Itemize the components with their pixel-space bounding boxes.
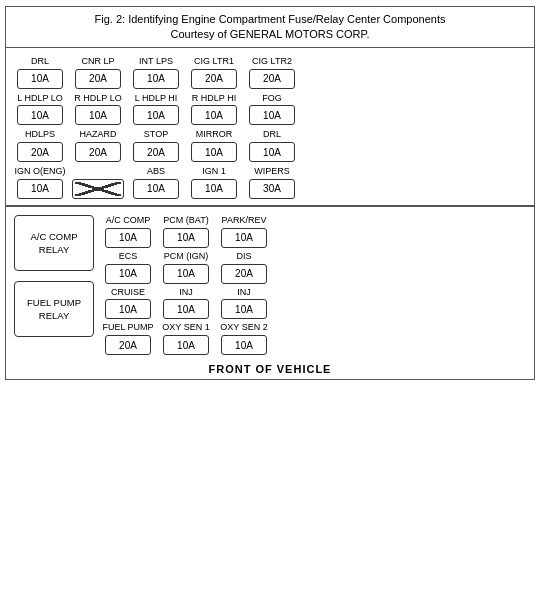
fuse-dis: DIS 20A: [218, 251, 270, 284]
title-line2: Courtesy of GENERAL MOTORS CORP.: [16, 27, 524, 42]
fuse-park-rev: PARK/REV 10A: [218, 215, 270, 248]
fuse-ecs: ECS 10A: [102, 251, 154, 284]
fuse-HDLPS: HDLPS 20A: [14, 129, 66, 162]
main-content: DRL 10A CNR LP 20A INT LPS 10A CIG LTR1 …: [6, 48, 534, 379]
fuse-IGN-ENG: IGN O(ENG) 10A: [14, 166, 66, 199]
fuse-relay-symbol: [72, 166, 124, 199]
title-area: Fig. 2: Identifying Engine Compartment F…: [6, 7, 534, 48]
fuse-row-1: DRL 10A CNR LP 20A INT LPS 10A CIG LTR1 …: [14, 56, 526, 89]
fuse-fuel-pump: FUEL PUMP 20A: [102, 322, 154, 355]
fuse-row-3: HDLPS 20A HAZARD 20A STOP 20A MIRROR 10A: [14, 129, 526, 162]
fuse-ac-comp: A/C COMP 10A: [102, 215, 154, 248]
lower-content: A/C COMPRELAY FUEL PUMPRELAY A/C COMP 10…: [14, 215, 526, 355]
right-fuse-section: A/C COMP 10A ECS 10A CRUISE 10A: [102, 215, 526, 355]
ac-comp-relay-box: A/C COMPRELAY: [14, 215, 94, 271]
fuse-inj-1: INJ 10A: [160, 287, 212, 320]
fuse-DRL-1: DRL 10A: [14, 56, 66, 89]
fuse-oxy-sen-1: OXY SEN 1 10A: [160, 322, 212, 355]
fuse-L-HDLP-LO: L HDLP LO 10A: [14, 93, 66, 126]
main-container: Fig. 2: Identifying Engine Compartment F…: [5, 6, 535, 380]
upper-section: DRL 10A CNR LP 20A INT LPS 10A CIG LTR1 …: [6, 48, 534, 207]
fuse-inj-2: INJ 10A: [218, 287, 270, 320]
fuse-L-HDLP-HI: L HDLP HI 10A: [130, 93, 182, 126]
front-of-vehicle-label: FRONT OF VEHICLE: [14, 363, 526, 375]
fuse-IGN1: IGN 1 10A: [188, 166, 240, 199]
fuse-INT-LPS: INT LPS 10A: [130, 56, 182, 89]
col-ac-comp: A/C COMP 10A ECS 10A CRUISE 10A: [102, 215, 154, 355]
lower-section: A/C COMPRELAY FUEL PUMPRELAY A/C COMP 10…: [6, 207, 534, 379]
relay-x-symbol: [72, 179, 124, 199]
fuse-row-2: L HDLP LO 10A R HDLP LO 10A L HDLP HI 10…: [14, 93, 526, 126]
fuse-pcm-bat: PCM (BAT) 10A: [160, 215, 212, 248]
fuse-pcm-ign: PCM (IGN) 10A: [160, 251, 212, 284]
fuse-CIG-LTR2: CIG LTR2 20A: [246, 56, 298, 89]
fuse-FOG: FOG 10A: [246, 93, 298, 126]
fuse-MIRROR: MIRROR 10A: [188, 129, 240, 162]
fuse-row-4: IGN O(ENG) 10A ABS 10A IGN 1 10A: [14, 166, 526, 199]
col-park-rev: PARK/REV 10A DIS 20A INJ 10A: [218, 215, 270, 355]
fuse-R-HDLP-HI: R HDLP HI 10A: [188, 93, 240, 126]
fuse-STOP: STOP 20A: [130, 129, 182, 162]
fuse-WIPERS: WIPERS 30A: [246, 166, 298, 199]
fuse-R-HDLP-LO: R HDLP LO 10A: [72, 93, 124, 126]
fuse-ABS: ABS 10A: [130, 166, 182, 199]
fuse-CNR-LP: CNR LP 20A: [72, 56, 124, 89]
title-line1: Fig. 2: Identifying Engine Compartment F…: [16, 12, 524, 27]
col-pcm-bat: PCM (BAT) 10A PCM (IGN) 10A INJ 10A: [160, 215, 212, 355]
fuel-pump-relay-box: FUEL PUMPRELAY: [14, 281, 94, 337]
fuse-cruise: CRUISE 10A: [102, 287, 154, 320]
upper-fuse-grid: DRL 10A CNR LP 20A INT LPS 10A CIG LTR1 …: [14, 56, 526, 199]
fuse-CIG-LTR1: CIG LTR1 20A: [188, 56, 240, 89]
fuse-DRL-2: DRL 10A: [246, 129, 298, 162]
fuse-HAZARD: HAZARD 20A: [72, 129, 124, 162]
relay-boxes: A/C COMPRELAY FUEL PUMPRELAY: [14, 215, 94, 355]
fuse-oxy-sen-2: OXY SEN 2 10A: [218, 322, 270, 355]
